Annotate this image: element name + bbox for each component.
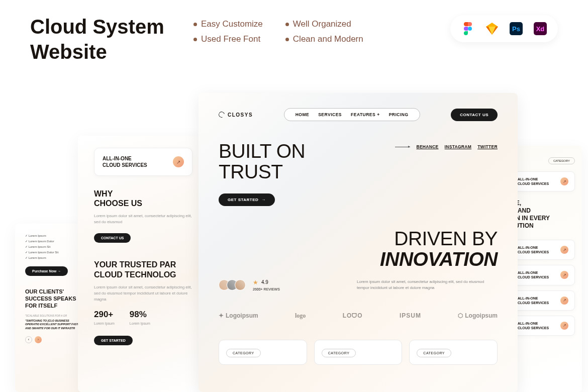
testimonial-tag: "SCALABLE SOLUTIONS FOR A GR <box>25 314 83 317</box>
arrow-line-icon <box>395 147 410 147</box>
feature-label: Well Organized <box>293 19 351 29</box>
reviews-count: 2600+ REVIEWS <box>253 287 280 291</box>
heading-line: CLOUD TECHNOLOG <box>94 270 192 279</box>
feature-2: Well Organized <box>285 19 363 29</box>
pager-prev[interactable]: ‹ <box>25 336 32 343</box>
feature-list: Easy Customize Well Organized Used Free … <box>193 19 363 44</box>
svg-point-0 <box>468 27 472 31</box>
arrow-up-right-icon: ↗ <box>560 177 568 185</box>
mini-service-card[interactable]: ALL-IN-ONECLOUD SERVICES ↗ <box>511 290 575 311</box>
feature-3: Used Free Font <box>193 34 263 44</box>
title-line: ALL-IN-ONE <box>518 296 549 301</box>
nav-label: FEATURES <box>351 112 375 117</box>
title-line: CLOUD SERVICES <box>103 162 147 168</box>
check-item: Lorem Ipsum Dolor <box>25 239 83 243</box>
category-card[interactable]: CATEGORY <box>219 340 307 365</box>
brand-icon <box>218 111 226 119</box>
mini-service-card[interactable]: ALL-IN-ONECLOUD SERVICES ↗ <box>511 265 575 285</box>
brand-name: CLOSYS <box>228 112 253 118</box>
xd-icon: Xd <box>534 22 547 35</box>
testimonial-heading: OUR CLIENTS' SUCCESS SPEAKS FOR ITSELF <box>25 288 83 309</box>
star-icon: ★ <box>253 279 258 286</box>
service-title: ALL-IN-ONE CLOUD SERVICES <box>103 155 147 168</box>
page-title-line2: Website <box>30 39 164 64</box>
title-line: CLOUD SERVICES <box>518 181 549 186</box>
category-pill: CATEGORY <box>226 349 261 357</box>
social-behance[interactable]: BEHANCE <box>416 144 438 149</box>
avatar-group <box>219 279 246 290</box>
title-line: CLOUD SERVICES <box>518 250 549 254</box>
bolt-icon: ⬡ <box>458 312 463 319</box>
brand-logo[interactable]: CLOSYS <box>219 112 253 118</box>
svg-text:Xd: Xd <box>536 25 545 33</box>
hero-subtitle: DRIVEN BY INNOVATION <box>357 229 498 270</box>
get-started-button[interactable]: GET STARTED <box>94 336 133 345</box>
category-card[interactable]: CATEGORY <box>314 340 403 365</box>
gear-icon: ✦ <box>219 312 224 319</box>
mini-service-title: ALL-IN-ONECLOUD SERVICES <box>518 296 549 305</box>
pager-next[interactable]: › <box>35 336 42 343</box>
logo-label: Logoipsum <box>465 312 498 319</box>
category-pill: CATEGORY <box>322 349 356 357</box>
stat-1: 290+ Lorem Ipsum <box>94 310 115 326</box>
service-card[interactable]: ALL-IN-ONE CLOUD SERVICES ↗ <box>94 148 192 176</box>
arrow-right-icon: → <box>261 198 266 202</box>
ratings: ★4.9 2600+ REVIEWS <box>219 279 280 291</box>
title-line: ALL-IN-ONE <box>518 177 549 181</box>
category-cards: CATEGORY CATEGORY CATEGORY <box>219 340 498 365</box>
title-line: CLOUD SERVICES <box>518 275 549 279</box>
arrow-up-right-icon: ↗ <box>560 297 568 305</box>
contact-button[interactable]: CONTACT US <box>451 109 498 121</box>
social-twitter[interactable]: TWITTER <box>477 144 498 149</box>
arrow-up-right-icon: ↗ <box>173 156 184 167</box>
mini-service-card[interactable]: ALL-IN-ONE CLOUD SERVICES ↗ <box>511 171 575 191</box>
mini-service-card[interactable]: ALL-IN-ONECLOUD SERVICES ↗ <box>511 316 575 336</box>
trusted-heading: YOUR TRUSTED PAR CLOUD TECHNOLOG <box>94 260 192 279</box>
title-line: ALL-IN-ONE <box>518 270 549 275</box>
svg-text:Ps: Ps <box>512 25 520 33</box>
category-card[interactable]: CATEGORY <box>409 340 498 365</box>
page-title-line1: Cloud System <box>30 14 164 39</box>
hero-top: BUILT ON TRUST GET STARTED → BEHANCE INS… <box>219 141 498 206</box>
check-list: Lorem Ipsum Lorem Ipsum Dolor Lorem Ipsu… <box>25 234 83 259</box>
testimonial-quote: "SWITCHING TO [CLO BUSINESS OPERATIO EXC… <box>25 319 83 330</box>
hero-line: TRUST <box>219 162 305 182</box>
category-pill: CATEGORY <box>417 349 451 357</box>
hero-line: BUILT ON <box>219 141 305 162</box>
stat-label: Lorem Ipsum <box>94 321 115 326</box>
hero-sub-line: DRIVEN BY <box>357 229 498 249</box>
mini-service-title: ALL-IN-ONECLOUD SERVICES <box>518 245 549 254</box>
bullet-icon <box>193 23 197 26</box>
social-instagram[interactable]: INSTAGRAM <box>445 144 472 149</box>
logo-2: logo <box>295 312 306 320</box>
purchase-button[interactable]: Purchase Now → <box>25 266 68 276</box>
arrow-up-right-icon: ↗ <box>560 322 568 330</box>
heading-line: WHY <box>94 189 192 199</box>
bullet-icon <box>285 23 289 26</box>
mini-service-title: ALL-IN-ONECLOUD SERVICES <box>518 270 549 279</box>
avatar <box>235 279 246 290</box>
tool-badges: Ps Xd <box>450 15 558 42</box>
plus-icon: + <box>377 112 379 117</box>
social-row: BEHANCE INSTAGRAM TWITTER <box>395 144 498 149</box>
feature-1: Easy Customize <box>193 19 263 29</box>
stat-number: 290+ <box>94 310 115 320</box>
nav-pricing[interactable]: PRICING <box>389 112 409 117</box>
hero-sub-line-em: INNOVATION <box>380 248 498 270</box>
logo-4: IPSUM <box>400 312 421 319</box>
rating-value: 4.9 <box>261 279 268 285</box>
photoshop-icon: Ps <box>510 22 523 35</box>
nav: HOME SERVICES FEATURES + PRICING <box>284 108 420 121</box>
mini-service-card[interactable]: ALL-IN-ONECLOUD SERVICES ↗ <box>511 240 575 260</box>
nav-features[interactable]: FEATURES + <box>351 112 380 117</box>
heading-line: FOR ITSELF <box>25 303 83 310</box>
contact-button[interactable]: CONTACT US <box>94 233 131 243</box>
nav-services[interactable]: SERVICES <box>318 112 342 117</box>
category-pill: CATEGORY <box>548 157 575 164</box>
get-started-button[interactable]: GET STARTED → <box>219 193 275 206</box>
bullet-icon <box>193 38 197 41</box>
nav-home[interactable]: HOME <box>296 112 310 117</box>
logo-label: Logoipsum <box>226 312 258 319</box>
hero-bottom: ★4.9 2600+ REVIEWS DRIVEN BY INNOVATION … <box>219 229 498 291</box>
why-heading: WHY CHOOSE US <box>94 189 192 208</box>
